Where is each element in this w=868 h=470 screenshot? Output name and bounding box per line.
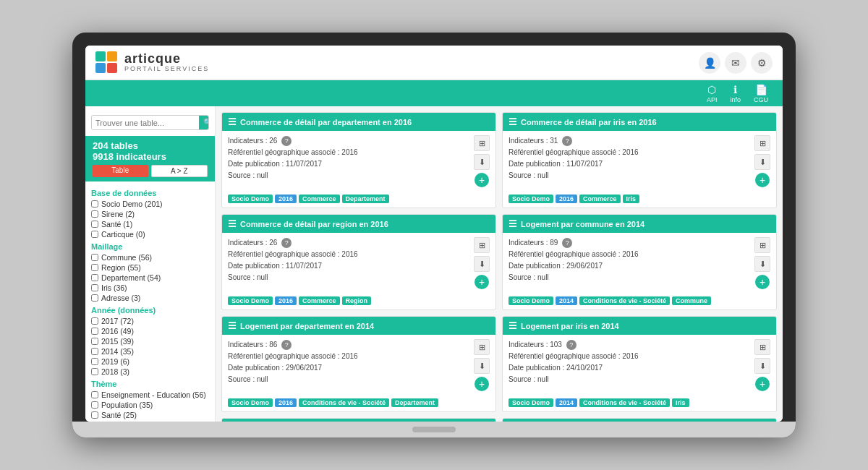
- api-label: API: [707, 96, 718, 103]
- download-btn[interactable]: ⬇: [754, 256, 770, 272]
- add-btn[interactable]: +: [755, 377, 770, 391]
- laptop-notch: [412, 427, 456, 432]
- right-content: ☰ Commerce de détail par departement en …: [216, 106, 783, 422]
- card-indicators: Indicateurs : 86 ?: [228, 339, 469, 351]
- table-view-btn[interactable]: ⊞: [474, 339, 490, 355]
- card-date-pub: Date publication : 11/07/2017: [228, 260, 469, 272]
- mail-icon-btn[interactable]: ✉: [725, 52, 746, 74]
- filter-checkbox[interactable]: [91, 231, 98, 238]
- filter-label: Services Tourisme Transport (22): [101, 421, 209, 422]
- main-content: 🔍 204 tables 9918 indicateurs Table A > …: [85, 106, 783, 422]
- sort-az-btn[interactable]: A > Z: [151, 165, 208, 177]
- filter-checkbox[interactable]: [91, 221, 98, 228]
- card-header: ☰ Logement par departement en 2014: [222, 317, 495, 335]
- card-footer: Socio Demo2014Conditions de vie - Sociét…: [503, 294, 776, 309]
- help-icon[interactable]: ?: [562, 238, 572, 248]
- help-icon[interactable]: ?: [281, 238, 292, 248]
- filter-checkbox[interactable]: [91, 210, 98, 218]
- user-icon-btn[interactable]: 👤: [699, 52, 720, 74]
- card-tag: 2014: [556, 296, 577, 305]
- brand-name: articque: [124, 52, 209, 67]
- search-button[interactable]: 🔍: [199, 116, 209, 129]
- download-btn[interactable]: ⬇: [754, 358, 770, 374]
- card: ☰ Commerce de détail par region en 2016 …: [221, 214, 496, 310]
- filter-checkbox[interactable]: [91, 348, 98, 355]
- card-ref-geo: Référentiel géographique associé : 2016: [509, 147, 750, 158]
- search-input[interactable]: [92, 116, 199, 129]
- card-body: Indicateurs : 26 ? Référentiel géographi…: [222, 131, 495, 192]
- table-view-btn[interactable]: ⊞: [474, 237, 490, 253]
- info-label: info: [730, 96, 741, 103]
- filter-checkbox[interactable]: [91, 317, 98, 325]
- card-tag: Commerce: [579, 195, 621, 203]
- filter-label: 2014 (35): [101, 347, 134, 356]
- filter-checkbox[interactable]: [91, 264, 98, 271]
- table-view-btn[interactable]: ⊞: [474, 135, 490, 151]
- help-icon[interactable]: ?: [281, 136, 292, 146]
- help-icon[interactable]: ?: [562, 136, 572, 146]
- nav-icons: 👤 ✉ ⚙: [699, 52, 773, 74]
- card-tag: Region: [342, 296, 372, 305]
- add-btn[interactable]: +: [755, 173, 770, 187]
- filter-checkbox[interactable]: [91, 200, 98, 208]
- filter-checkbox[interactable]: [91, 391, 98, 398]
- card-tag: Commerce: [299, 195, 340, 203]
- card: ☰ Vacances - Loisirs par region en 2016 …: [502, 418, 777, 422]
- stats-tables: 204 tables: [93, 140, 208, 151]
- download-btn[interactable]: ⬇: [474, 358, 490, 374]
- filter-checkbox[interactable]: [91, 274, 98, 281]
- filter-checkbox[interactable]: [91, 294, 98, 302]
- card-ref-geo: Référentiel géographique associé : 2016: [509, 351, 750, 362]
- filter-checkbox[interactable]: [91, 358, 98, 365]
- download-btn[interactable]: ⬇: [754, 154, 770, 170]
- card-actions: ⊞ ⬇ +: [754, 237, 770, 289]
- filter-checkbox[interactable]: [91, 411, 98, 419]
- filter-item: Santé (25): [85, 410, 215, 420]
- card-ref-geo: Référentiel géographique associé : 2016: [509, 249, 750, 260]
- filter-checkbox[interactable]: [91, 368, 98, 375]
- table-view-btn[interactable]: ⊞: [754, 339, 770, 355]
- card-header: ☰ Vacances - Loisirs par iris en 2016: [222, 419, 495, 422]
- table-view-btn[interactable]: ⊞: [754, 237, 770, 253]
- add-btn[interactable]: +: [755, 275, 770, 289]
- card-footer: Socio Demo2016CommerceIris: [503, 192, 776, 208]
- download-btn[interactable]: ⬇: [474, 154, 490, 170]
- filter-item: 2019 (6): [85, 356, 215, 367]
- filter-checkbox[interactable]: [91, 254, 98, 261]
- filter-checkbox[interactable]: [91, 401, 98, 409]
- card-title: Commerce de détail par departement en 20…: [240, 118, 412, 127]
- card-source: Source : null: [228, 272, 469, 283]
- card-tag: Socio Demo: [509, 195, 553, 203]
- card-footer: Socio Demo2016CommerceRegion: [222, 294, 495, 309]
- card-actions: ⊞ ⬇ +: [474, 339, 490, 391]
- cgu-btn[interactable]: 📄 CGU: [749, 82, 773, 105]
- card-tag: Commune: [672, 296, 711, 305]
- card-header: ☰ Logement par iris en 2014: [503, 317, 776, 335]
- table-view-btn[interactable]: ⊞: [754, 135, 770, 151]
- maillage-filters: Commune (56) Region (55) Departement (54…: [85, 252, 215, 303]
- card-info: Indicateurs : 26 ? Référentiel géographi…: [228, 237, 469, 289]
- filter-item: Carticque (0): [85, 229, 215, 239]
- card-tag: Departement: [391, 398, 438, 407]
- card-indicators: Indicateurs : 89 ?: [509, 237, 750, 249]
- card-info: Indicateurs : 26 ? Référentiel géographi…: [228, 135, 469, 187]
- info-btn[interactable]: ℹ info: [726, 82, 745, 105]
- laptop-frame: articque PORTAIL SERVICES 👤 ✉ ⚙ ⬡ API ℹ …: [72, 33, 796, 437]
- filter-item: Adresse (3): [85, 293, 215, 303]
- help-icon[interactable]: ?: [566, 340, 576, 350]
- stats-indicators: 9918 indicateurs: [93, 151, 208, 162]
- card-source: Source : null: [228, 170, 469, 181]
- filter-checkbox[interactable]: [91, 328, 98, 335]
- api-btn[interactable]: ⬡ API: [702, 82, 722, 105]
- stats-box: 204 tables 9918 indicateurs Table A > Z: [85, 136, 215, 181]
- filter-checkbox[interactable]: [91, 338, 98, 345]
- add-btn[interactable]: +: [475, 377, 489, 391]
- add-btn[interactable]: +: [475, 173, 489, 187]
- section-database: Base de données: [85, 186, 215, 199]
- help-icon[interactable]: ?: [281, 340, 292, 350]
- filter-checkbox[interactable]: [91, 284, 98, 291]
- add-btn[interactable]: +: [475, 275, 489, 289]
- sort-table-btn[interactable]: Table: [93, 165, 148, 177]
- settings-icon-btn[interactable]: ⚙: [751, 52, 773, 74]
- download-btn[interactable]: ⬇: [474, 256, 490, 272]
